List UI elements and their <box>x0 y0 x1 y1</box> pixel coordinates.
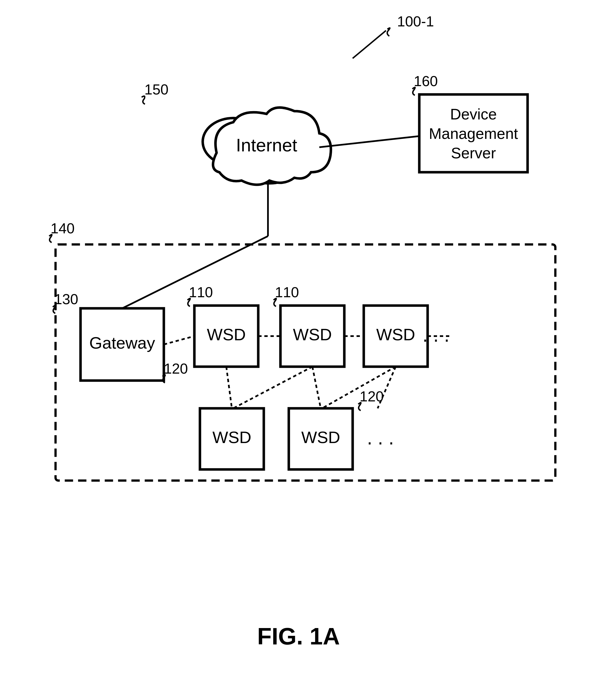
wsd2-label: WSD <box>293 325 332 344</box>
ref-100-1-label: 100-1 <box>397 13 434 29</box>
ref-140-squiggle <box>49 234 52 243</box>
ref-140-label: 140 <box>51 220 75 236</box>
ellipsis-row1: . . . <box>422 324 449 346</box>
wsd3-label: WSD <box>376 325 415 344</box>
figure-label: FIG. 1A <box>257 623 340 649</box>
internet-to-server-line <box>319 136 419 147</box>
gateway-label: Gateway <box>89 333 155 352</box>
device-mgmt-server-label-line2: Management <box>429 125 518 142</box>
internet-label: Internet <box>236 135 297 155</box>
ref-120a-label: 120 <box>164 360 188 377</box>
internet-cloud: Internet <box>203 107 331 185</box>
wsd5-label: WSD <box>301 428 340 447</box>
wsd1-to-wsd4-line <box>226 367 232 408</box>
device-mgmt-server-label-line3: Server <box>451 145 496 162</box>
wsd4-label: WSD <box>212 428 251 447</box>
wsd2-to-wsd5-line <box>312 367 321 408</box>
ref-160-label: 160 <box>414 73 438 89</box>
ellipsis-row2: . . . <box>367 427 394 449</box>
ref-110b-squiggle <box>274 298 276 306</box>
ref-110a-squiggle <box>187 298 190 306</box>
gateway-to-wsd1-line <box>164 336 194 345</box>
ref-100-1-squiggle <box>387 28 390 36</box>
ref-130-label: 130 <box>54 291 78 307</box>
ref-110b-label: 110 <box>275 284 299 300</box>
wsd3-to-wsd5-line <box>322 367 396 408</box>
ref-150-label: 150 <box>145 81 168 98</box>
ref-120b-squiggle <box>358 402 361 410</box>
ref-100-1-arrow <box>353 30 386 58</box>
device-mgmt-server-label-line1: Device <box>450 105 497 123</box>
ref-150-squiggle <box>141 96 145 104</box>
ref-110a-label: 110 <box>189 284 213 300</box>
wsd2-to-wsd4-line <box>233 367 312 408</box>
wsd3-to-ellipsis2-line <box>378 367 396 408</box>
wsd1-label: WSD <box>207 325 246 344</box>
ref-160-squiggle <box>412 87 415 95</box>
diagram-container: 100-1 150 Internet 160 <box>0 0 597 700</box>
